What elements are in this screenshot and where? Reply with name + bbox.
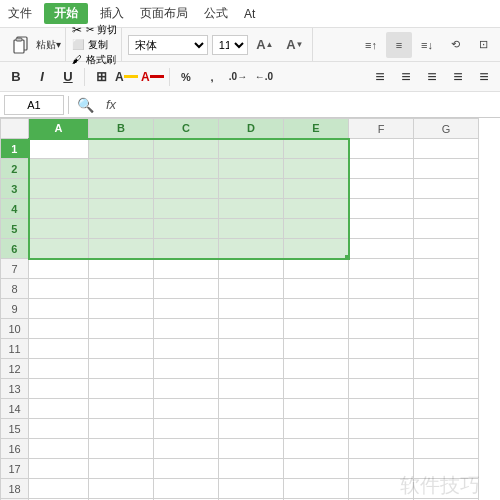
cell-r13c4[interactable] bbox=[284, 379, 349, 399]
cell-r12c2[interactable] bbox=[154, 359, 219, 379]
cell-r7c4[interactable] bbox=[284, 259, 349, 279]
indent-inc-button[interactable]: ≡ bbox=[472, 66, 496, 88]
cell-r2c3[interactable] bbox=[219, 159, 284, 179]
row-header-8[interactable]: 8 bbox=[1, 279, 29, 299]
cell-r5c5[interactable] bbox=[349, 219, 414, 239]
cell-r10c5[interactable] bbox=[349, 319, 414, 339]
underline-button[interactable]: U bbox=[56, 66, 80, 88]
border-button[interactable]: ⊞ bbox=[89, 66, 113, 88]
cell-r13c2[interactable] bbox=[154, 379, 219, 399]
cell-r15c6[interactable] bbox=[414, 419, 479, 439]
cell-r7c2[interactable] bbox=[154, 259, 219, 279]
corner-header[interactable] bbox=[1, 119, 29, 139]
text-align-center-button[interactable]: ≡ bbox=[394, 66, 418, 88]
cell-r7c0[interactable] bbox=[29, 259, 89, 279]
row-header-6[interactable]: 6 bbox=[1, 239, 29, 259]
cell-r7c6[interactable] bbox=[414, 259, 479, 279]
row-header-3[interactable]: 3 bbox=[1, 179, 29, 199]
number-format-button[interactable]: % bbox=[174, 66, 198, 88]
paste-button[interactable] bbox=[8, 32, 34, 58]
col-header-c[interactable]: C bbox=[154, 119, 219, 139]
menu-at[interactable]: At bbox=[240, 5, 259, 23]
cell-r16c5[interactable] bbox=[349, 439, 414, 459]
cell-r4c3[interactable] bbox=[219, 199, 284, 219]
menu-formula[interactable]: 公式 bbox=[200, 3, 232, 24]
cell-r4c4[interactable] bbox=[284, 199, 349, 219]
merge-button[interactable]: ⊡ bbox=[470, 32, 496, 58]
cell-r14c2[interactable] bbox=[154, 399, 219, 419]
cell-r11c6[interactable] bbox=[414, 339, 479, 359]
col-header-a[interactable]: A bbox=[29, 119, 89, 139]
row-header-5[interactable]: 5 bbox=[1, 219, 29, 239]
cell-r13c0[interactable] bbox=[29, 379, 89, 399]
col-header-f[interactable]: F bbox=[349, 119, 414, 139]
cell-r6c0[interactable] bbox=[29, 239, 89, 259]
cell-r1c2[interactable] bbox=[154, 139, 219, 159]
cell-r8c0[interactable] bbox=[29, 279, 89, 299]
fill-color-button[interactable]: A bbox=[115, 66, 139, 88]
cell-r6c6[interactable] bbox=[414, 239, 479, 259]
cell-r11c2[interactable] bbox=[154, 339, 219, 359]
copy-button[interactable]: ⬜复制 bbox=[72, 38, 117, 52]
cell-r1c3[interactable] bbox=[219, 139, 284, 159]
cell-r13c5[interactable] bbox=[349, 379, 414, 399]
cell-r8c6[interactable] bbox=[414, 279, 479, 299]
cell-r3c2[interactable] bbox=[154, 179, 219, 199]
cell-r4c5[interactable] bbox=[349, 199, 414, 219]
cell-r5c0[interactable] bbox=[29, 219, 89, 239]
cell-r6c3[interactable] bbox=[219, 239, 284, 259]
decrease-decimal-button[interactable]: ←.0 bbox=[252, 66, 276, 88]
row-header-16[interactable]: 16 bbox=[1, 439, 29, 459]
cell-r17c3[interactable] bbox=[219, 459, 284, 479]
row-header-7[interactable]: 7 bbox=[1, 259, 29, 279]
cell-r17c6[interactable] bbox=[414, 459, 479, 479]
cell-r12c0[interactable] bbox=[29, 359, 89, 379]
cell-r9c0[interactable] bbox=[29, 299, 89, 319]
cell-r6c1[interactable] bbox=[89, 239, 154, 259]
resize-handle[interactable] bbox=[345, 255, 349, 259]
cell-r16c0[interactable] bbox=[29, 439, 89, 459]
cell-r10c0[interactable] bbox=[29, 319, 89, 339]
cell-r17c1[interactable] bbox=[89, 459, 154, 479]
cell-r2c1[interactable] bbox=[89, 159, 154, 179]
cell-r13c3[interactable] bbox=[219, 379, 284, 399]
cell-r9c1[interactable] bbox=[89, 299, 154, 319]
cell-r10c6[interactable] bbox=[414, 319, 479, 339]
cell-r3c3[interactable] bbox=[219, 179, 284, 199]
cell-r9c4[interactable] bbox=[284, 299, 349, 319]
cell-r16c1[interactable] bbox=[89, 439, 154, 459]
cell-r11c3[interactable] bbox=[219, 339, 284, 359]
row-header-18[interactable]: 18 bbox=[1, 479, 29, 499]
row-header-13[interactable]: 13 bbox=[1, 379, 29, 399]
cell-r2c6[interactable] bbox=[414, 159, 479, 179]
cell-r10c3[interactable] bbox=[219, 319, 284, 339]
cell-r15c1[interactable] bbox=[89, 419, 154, 439]
row-header-2[interactable]: 2 bbox=[1, 159, 29, 179]
cell-r9c6[interactable] bbox=[414, 299, 479, 319]
text-align-left-button[interactable]: ≡ bbox=[368, 66, 392, 88]
cell-r11c4[interactable] bbox=[284, 339, 349, 359]
cell-r12c1[interactable] bbox=[89, 359, 154, 379]
formula-input[interactable] bbox=[124, 95, 496, 115]
cell-r12c4[interactable] bbox=[284, 359, 349, 379]
cell-r5c3[interactable] bbox=[219, 219, 284, 239]
cell-r17c4[interactable] bbox=[284, 459, 349, 479]
cell-r2c2[interactable] bbox=[154, 159, 219, 179]
row-header-9[interactable]: 9 bbox=[1, 299, 29, 319]
cell-r8c1[interactable] bbox=[89, 279, 154, 299]
cell-r9c2[interactable] bbox=[154, 299, 219, 319]
cell-r16c2[interactable] bbox=[154, 439, 219, 459]
cell-r17c5[interactable] bbox=[349, 459, 414, 479]
cell-r4c2[interactable] bbox=[154, 199, 219, 219]
cell-r15c5[interactable] bbox=[349, 419, 414, 439]
cell-r14c6[interactable] bbox=[414, 399, 479, 419]
cell-r16c6[interactable] bbox=[414, 439, 479, 459]
paste-area[interactable]: 粘贴▾ bbox=[8, 32, 61, 58]
align-mid-button[interactable]: ≡ bbox=[386, 32, 412, 58]
font-name-select[interactable]: 宋体 bbox=[128, 35, 208, 55]
cell-r18c3[interactable] bbox=[219, 479, 284, 499]
cell-r5c6[interactable] bbox=[414, 219, 479, 239]
indent-dec-button[interactable]: ≡ bbox=[446, 66, 470, 88]
cell-r12c6[interactable] bbox=[414, 359, 479, 379]
cell-r5c1[interactable] bbox=[89, 219, 154, 239]
